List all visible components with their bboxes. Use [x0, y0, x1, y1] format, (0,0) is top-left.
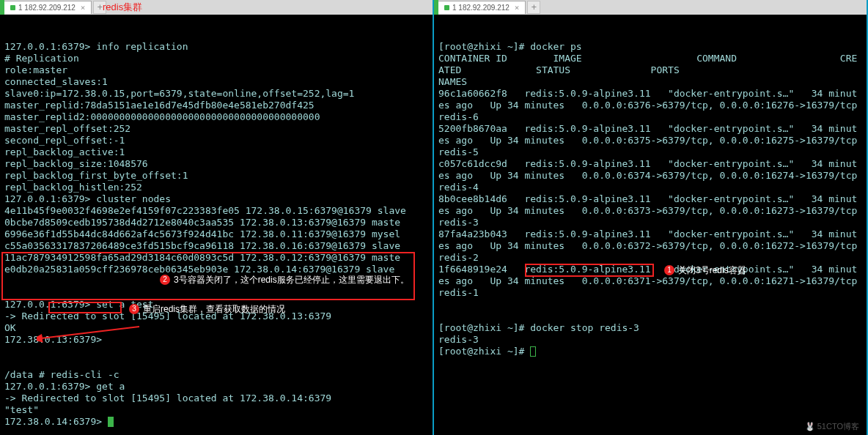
- tab-bar-left: 1 182.92.209.212 × +: [0, 0, 433, 15]
- terminal-line: 4e11b45f9e0032f4698e2ef4159f07c223383fe0…: [4, 205, 428, 217]
- terminal-line: 172.38.0.14:6379>: [4, 416, 428, 428]
- terminal-line: repl_backlog_histlen:252: [4, 182, 428, 193]
- tab-title: 1 182.92.209.212: [452, 4, 510, 12]
- terminal-line: 1f6648919e24 redis:5.0.9-alpine3.11 "doc…: [438, 264, 862, 299]
- terminal-line: master_replid2:0000000000000000000000000…: [4, 111, 428, 123]
- cursor-icon: [108, 417, 114, 427]
- plus-icon: +: [532, 2, 537, 12]
- tab-title: 1 182.92.209.212: [18, 4, 76, 12]
- terminal-line: 96c1a60662f8 redis:5.0.9-alpine3.11 "doc…: [438, 88, 862, 123]
- terminal-line: connected_slaves:1: [4, 76, 428, 88]
- terminal-line: repl_backlog_size:1048576: [4, 158, 428, 170]
- terminal-line: c55a03563317837206489ce3fd515bcf9ca96118…: [4, 240, 428, 252]
- terminal-line: -> Redirected to slot [15495] located at…: [4, 311, 428, 322]
- terminal-line: [root@zhixi ~]# docker ps: [438, 41, 862, 53]
- terminal-line: master_repl_offset:252: [4, 123, 428, 135]
- tab-session-right[interactable]: 1 182.92.209.212 ×: [438, 1, 526, 14]
- close-icon[interactable]: ×: [81, 3, 86, 12]
- terminal-line: repl_backlog_first_byte_offset:1: [4, 170, 428, 182]
- terminal-line: second_repl_offset:-1: [4, 135, 428, 146]
- terminal-line: -> Redirected to slot [15495] located at…: [4, 393, 428, 404]
- terminal-line: 5200fb8670aa redis:5.0.9-alpine3.11 "doc…: [438, 123, 862, 158]
- terminal-line: 87fa4a23b043 redis:5.0.9-alpine3.11 "doc…: [438, 228, 862, 264]
- terminal-line: CONTAINER ID IMAGE COMMAND CREATED STATU…: [438, 53, 862, 88]
- terminal-line: redis-3: [438, 334, 862, 346]
- terminal-line: [root@zhixi ~]# docker stop redis-3: [438, 322, 862, 334]
- terminal-line: master_replid:78da5151ae1e16d7e45dfb80e4…: [4, 100, 428, 111]
- terminal-line: repl_backlog_active:1: [4, 146, 428, 158]
- terminal-line: c057c61dcc9d redis:5.0.9-alpine3.11 "doc…: [438, 158, 862, 193]
- terminal-line: 127.0.0.1:6379> get a: [4, 381, 428, 393]
- cursor-icon: [530, 346, 536, 357]
- annotation-2: 2 3号容器关闭了，这个redis服务已经停止，这里需要退出下。: [160, 274, 409, 286]
- terminal-line: /data # redis-cli -c: [4, 369, 428, 381]
- tab-bar-right: 1 182.92.209.212 × +: [434, 0, 867, 15]
- terminal-right[interactable]: [root@zhixi ~]# docker psCONTAINER ID IM…: [434, 15, 867, 435]
- watermark: 🐰 51CTO博客: [805, 420, 859, 432]
- terminal-line: 127.0.0.1:6379> cluster nodes: [4, 193, 428, 205]
- status-dot-icon: [444, 5, 449, 10]
- close-icon[interactable]: ×: [515, 3, 520, 12]
- terminal-line: 172.38.0.13:6379>: [4, 334, 428, 346]
- terminal-line: role:master: [4, 64, 428, 76]
- terminal-line: slave0:ip=172.38.0.15,port=6379,state=on…: [4, 88, 428, 100]
- terminal-line: 11ac787934912598fa65ad29d3184c60d0893c5d…: [4, 252, 428, 264]
- pane-right: 1 182.92.209.212 × + [root@zhixi ~]# doc…: [434, 0, 868, 435]
- header-annotation: redis集群: [103, 1, 142, 14]
- terminal-line: OK: [4, 322, 428, 334]
- terminal-line: "test": [4, 404, 428, 416]
- terminal-line: e0db20a25831a059cff236978ceb06345eb903e …: [4, 264, 428, 275]
- anno-text-2: 3号容器关闭了，这个redis服务已经停止，这里需要退出下。: [174, 274, 409, 286]
- terminal-line: 8b0cee8b14d6 redis:5.0.9-alpine3.11 "doc…: [438, 193, 862, 228]
- terminal-line: 6996e36f1d55b44dc84d662af4c5673f924d41bc…: [4, 228, 428, 240]
- tab-add-button[interactable]: +: [527, 1, 540, 14]
- tab-session-left[interactable]: 1 182.92.209.212 ×: [4, 1, 92, 14]
- plus-icon: +: [98, 2, 103, 12]
- terminal-left[interactable]: 127.0.0.1:6379> info replication# Replic…: [0, 15, 433, 435]
- terminal-line: 0bcbe7d8509cedb195738d4d2712e8040c3aa535…: [4, 217, 428, 228]
- anno-num-2: 2: [160, 275, 170, 285]
- terminal-line: 127.0.0.1:6379> set a test: [4, 299, 428, 311]
- terminal-line: 127.0.0.1:6379> info replication: [4, 41, 428, 53]
- terminal-line: [root@zhixi ~]#: [438, 346, 862, 357]
- terminal-line: # Replication: [4, 53, 428, 64]
- status-dot-icon: [10, 5, 15, 10]
- pane-left: 1 182.92.209.212 × + 127.0.0.1:6379> inf…: [0, 0, 434, 435]
